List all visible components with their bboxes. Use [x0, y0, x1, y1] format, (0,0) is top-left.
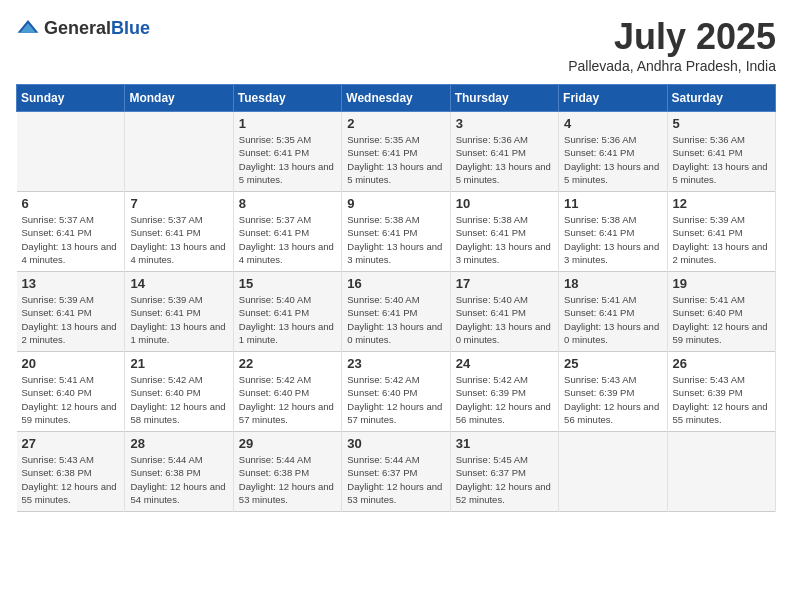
cell-info: Sunrise: 5:39 AM Sunset: 6:41 PM Dayligh… — [130, 293, 227, 346]
day-number: 23 — [347, 356, 444, 371]
calendar-cell: 1Sunrise: 5:35 AM Sunset: 6:41 PM Daylig… — [233, 112, 341, 192]
calendar-cell: 15Sunrise: 5:40 AM Sunset: 6:41 PM Dayli… — [233, 272, 341, 352]
day-header-wednesday: Wednesday — [342, 85, 450, 112]
day-number: 4 — [564, 116, 661, 131]
cell-info: Sunrise: 5:43 AM Sunset: 6:39 PM Dayligh… — [564, 373, 661, 426]
day-number: 27 — [22, 436, 120, 451]
cell-info: Sunrise: 5:42 AM Sunset: 6:40 PM Dayligh… — [130, 373, 227, 426]
calendar-cell: 26Sunrise: 5:43 AM Sunset: 6:39 PM Dayli… — [667, 352, 775, 432]
calendar-cell: 6Sunrise: 5:37 AM Sunset: 6:41 PM Daylig… — [17, 192, 125, 272]
day-number: 12 — [673, 196, 770, 211]
calendar-cell: 16Sunrise: 5:40 AM Sunset: 6:41 PM Dayli… — [342, 272, 450, 352]
calendar-cell: 8Sunrise: 5:37 AM Sunset: 6:41 PM Daylig… — [233, 192, 341, 272]
day-number: 16 — [347, 276, 444, 291]
day-number: 5 — [673, 116, 770, 131]
day-header-saturday: Saturday — [667, 85, 775, 112]
cell-info: Sunrise: 5:41 AM Sunset: 6:41 PM Dayligh… — [564, 293, 661, 346]
day-number: 21 — [130, 356, 227, 371]
title-section: July 2025 Pallevada, Andhra Pradesh, Ind… — [568, 16, 776, 74]
calendar-cell — [125, 112, 233, 192]
day-number: 8 — [239, 196, 336, 211]
cell-info: Sunrise: 5:45 AM Sunset: 6:37 PM Dayligh… — [456, 453, 553, 506]
calendar-cell: 23Sunrise: 5:42 AM Sunset: 6:40 PM Dayli… — [342, 352, 450, 432]
day-number: 3 — [456, 116, 553, 131]
calendar-cell: 24Sunrise: 5:42 AM Sunset: 6:39 PM Dayli… — [450, 352, 558, 432]
cell-info: Sunrise: 5:41 AM Sunset: 6:40 PM Dayligh… — [22, 373, 120, 426]
day-number: 15 — [239, 276, 336, 291]
cell-info: Sunrise: 5:40 AM Sunset: 6:41 PM Dayligh… — [456, 293, 553, 346]
day-number: 18 — [564, 276, 661, 291]
cell-info: Sunrise: 5:35 AM Sunset: 6:41 PM Dayligh… — [239, 133, 336, 186]
cell-info: Sunrise: 5:43 AM Sunset: 6:39 PM Dayligh… — [673, 373, 770, 426]
day-number: 31 — [456, 436, 553, 451]
cell-info: Sunrise: 5:39 AM Sunset: 6:41 PM Dayligh… — [673, 213, 770, 266]
calendar-cell: 18Sunrise: 5:41 AM Sunset: 6:41 PM Dayli… — [559, 272, 667, 352]
day-header-friday: Friday — [559, 85, 667, 112]
calendar-cell: 13Sunrise: 5:39 AM Sunset: 6:41 PM Dayli… — [17, 272, 125, 352]
day-number: 11 — [564, 196, 661, 211]
cell-info: Sunrise: 5:42 AM Sunset: 6:40 PM Dayligh… — [239, 373, 336, 426]
location: Pallevada, Andhra Pradesh, India — [568, 58, 776, 74]
cell-info: Sunrise: 5:38 AM Sunset: 6:41 PM Dayligh… — [564, 213, 661, 266]
day-number: 2 — [347, 116, 444, 131]
cell-info: Sunrise: 5:40 AM Sunset: 6:41 PM Dayligh… — [347, 293, 444, 346]
day-number: 26 — [673, 356, 770, 371]
day-header-tuesday: Tuesday — [233, 85, 341, 112]
calendar-cell — [667, 432, 775, 512]
logo-general: General — [44, 18, 111, 38]
day-number: 25 — [564, 356, 661, 371]
calendar-cell: 19Sunrise: 5:41 AM Sunset: 6:40 PM Dayli… — [667, 272, 775, 352]
day-number: 24 — [456, 356, 553, 371]
day-number: 6 — [22, 196, 120, 211]
cell-info: Sunrise: 5:36 AM Sunset: 6:41 PM Dayligh… — [673, 133, 770, 186]
cell-info: Sunrise: 5:41 AM Sunset: 6:40 PM Dayligh… — [673, 293, 770, 346]
day-number: 28 — [130, 436, 227, 451]
day-header-sunday: Sunday — [17, 85, 125, 112]
cell-info: Sunrise: 5:39 AM Sunset: 6:41 PM Dayligh… — [22, 293, 120, 346]
cell-info: Sunrise: 5:35 AM Sunset: 6:41 PM Dayligh… — [347, 133, 444, 186]
day-number: 30 — [347, 436, 444, 451]
calendar-cell: 30Sunrise: 5:44 AM Sunset: 6:37 PM Dayli… — [342, 432, 450, 512]
day-number: 1 — [239, 116, 336, 131]
calendar-cell: 28Sunrise: 5:44 AM Sunset: 6:38 PM Dayli… — [125, 432, 233, 512]
cell-info: Sunrise: 5:38 AM Sunset: 6:41 PM Dayligh… — [347, 213, 444, 266]
page-header: GeneralBlue July 2025 Pallevada, Andhra … — [16, 16, 776, 74]
cell-info: Sunrise: 5:38 AM Sunset: 6:41 PM Dayligh… — [456, 213, 553, 266]
calendar-cell: 3Sunrise: 5:36 AM Sunset: 6:41 PM Daylig… — [450, 112, 558, 192]
logo-blue: Blue — [111, 18, 150, 38]
calendar-cell — [559, 432, 667, 512]
cell-info: Sunrise: 5:37 AM Sunset: 6:41 PM Dayligh… — [130, 213, 227, 266]
day-number: 22 — [239, 356, 336, 371]
calendar-cell: 2Sunrise: 5:35 AM Sunset: 6:41 PM Daylig… — [342, 112, 450, 192]
cell-info: Sunrise: 5:42 AM Sunset: 6:39 PM Dayligh… — [456, 373, 553, 426]
day-header-monday: Monday — [125, 85, 233, 112]
day-number: 9 — [347, 196, 444, 211]
calendar-cell: 20Sunrise: 5:41 AM Sunset: 6:40 PM Dayli… — [17, 352, 125, 432]
calendar-week-5: 27Sunrise: 5:43 AM Sunset: 6:38 PM Dayli… — [17, 432, 776, 512]
calendar-cell — [17, 112, 125, 192]
cell-info: Sunrise: 5:36 AM Sunset: 6:41 PM Dayligh… — [564, 133, 661, 186]
cell-info: Sunrise: 5:37 AM Sunset: 6:41 PM Dayligh… — [22, 213, 120, 266]
calendar-cell: 21Sunrise: 5:42 AM Sunset: 6:40 PM Dayli… — [125, 352, 233, 432]
calendar-week-1: 1Sunrise: 5:35 AM Sunset: 6:41 PM Daylig… — [17, 112, 776, 192]
day-number: 17 — [456, 276, 553, 291]
day-number: 10 — [456, 196, 553, 211]
day-number: 29 — [239, 436, 336, 451]
month-title: July 2025 — [568, 16, 776, 58]
cell-info: Sunrise: 5:36 AM Sunset: 6:41 PM Dayligh… — [456, 133, 553, 186]
calendar-cell: 14Sunrise: 5:39 AM Sunset: 6:41 PM Dayli… — [125, 272, 233, 352]
calendar-cell: 31Sunrise: 5:45 AM Sunset: 6:37 PM Dayli… — [450, 432, 558, 512]
logo-icon — [16, 16, 40, 40]
cell-info: Sunrise: 5:37 AM Sunset: 6:41 PM Dayligh… — [239, 213, 336, 266]
logo: GeneralBlue — [16, 16, 150, 40]
cell-info: Sunrise: 5:42 AM Sunset: 6:40 PM Dayligh… — [347, 373, 444, 426]
cell-info: Sunrise: 5:44 AM Sunset: 6:38 PM Dayligh… — [130, 453, 227, 506]
day-number: 7 — [130, 196, 227, 211]
cell-info: Sunrise: 5:44 AM Sunset: 6:37 PM Dayligh… — [347, 453, 444, 506]
calendar-week-2: 6Sunrise: 5:37 AM Sunset: 6:41 PM Daylig… — [17, 192, 776, 272]
calendar-cell: 10Sunrise: 5:38 AM Sunset: 6:41 PM Dayli… — [450, 192, 558, 272]
calendar-table: SundayMondayTuesdayWednesdayThursdayFrid… — [16, 84, 776, 512]
calendar-cell: 4Sunrise: 5:36 AM Sunset: 6:41 PM Daylig… — [559, 112, 667, 192]
calendar-week-4: 20Sunrise: 5:41 AM Sunset: 6:40 PM Dayli… — [17, 352, 776, 432]
calendar-week-3: 13Sunrise: 5:39 AM Sunset: 6:41 PM Dayli… — [17, 272, 776, 352]
